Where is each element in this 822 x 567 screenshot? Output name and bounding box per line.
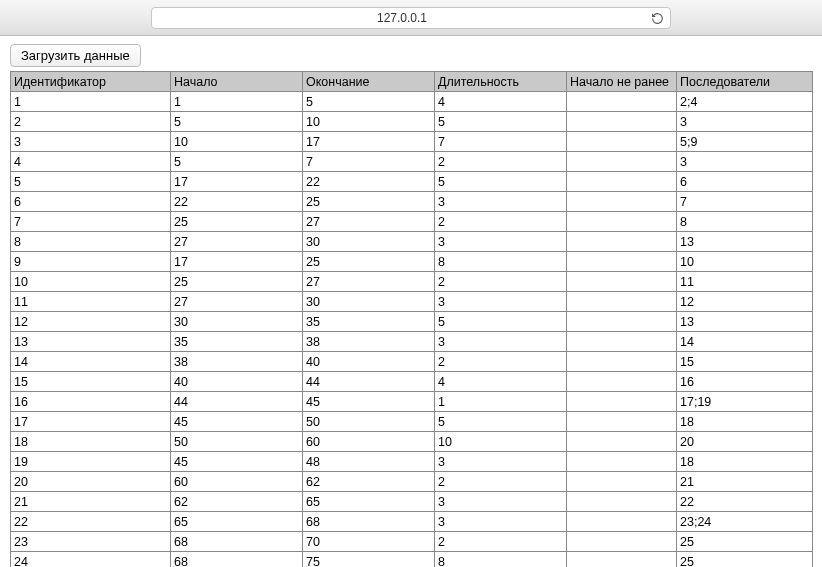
table-cell: 50: [303, 412, 435, 432]
table-cell: 1: [435, 392, 567, 412]
table-row: 206062221: [11, 472, 813, 492]
table-cell: 2: [11, 112, 171, 132]
table-row: 1850601020: [11, 432, 813, 452]
table-row: 91725810: [11, 252, 813, 272]
table-row: 5172256: [11, 172, 813, 192]
table-cell: 25: [171, 212, 303, 232]
table-cell: 15: [677, 352, 813, 372]
table-cell: 68: [171, 532, 303, 552]
table-cell: 5: [171, 152, 303, 172]
table-row: 11542;4: [11, 92, 813, 112]
table-cell: 30: [171, 312, 303, 332]
table-cell: [567, 372, 677, 392]
browser-chrome: 127.0.0.1: [0, 0, 822, 36]
table-cell: 2: [435, 272, 567, 292]
table-cell: 25: [677, 552, 813, 568]
table-cell: 2: [435, 212, 567, 232]
table-cell: 27: [303, 272, 435, 292]
table-cell: 17: [11, 412, 171, 432]
table-cell: 65: [171, 512, 303, 532]
table-cell: 3: [677, 152, 813, 172]
table-cell: 15: [11, 372, 171, 392]
table-cell: 75: [303, 552, 435, 568]
table-cell: 62: [303, 472, 435, 492]
table-row: 82730313: [11, 232, 813, 252]
table-cell: 5: [171, 112, 303, 132]
col-not-before: Начало не ранее: [567, 72, 677, 92]
data-table: Идентификатор Начало Окончание Длительно…: [10, 71, 813, 567]
table-cell: 10: [171, 132, 303, 152]
table-cell: 44: [171, 392, 303, 412]
table-cell: 10: [11, 272, 171, 292]
table-cell: 35: [171, 332, 303, 352]
table-cell: 27: [303, 212, 435, 232]
table-cell: 20: [677, 432, 813, 452]
table-cell: 5: [11, 172, 171, 192]
table-cell: 17;19: [677, 392, 813, 412]
table-cell: 5: [435, 312, 567, 332]
table-row: 45723: [11, 152, 813, 172]
table-cell: 16: [677, 372, 813, 392]
table-cell: 10: [435, 432, 567, 452]
table-cell: 3: [435, 452, 567, 472]
table-cell: 4: [11, 152, 171, 172]
table-cell: [567, 172, 677, 192]
table-cell: 17: [171, 252, 303, 272]
table-cell: 3: [435, 492, 567, 512]
table-cell: 30: [303, 232, 435, 252]
table-cell: 2;4: [677, 92, 813, 112]
table-cell: [567, 292, 677, 312]
table-cell: 38: [171, 352, 303, 372]
table-cell: [567, 192, 677, 212]
table-cell: 4: [435, 92, 567, 112]
col-id: Идентификатор: [11, 72, 171, 92]
table-cell: 14: [11, 352, 171, 372]
table-cell: 3: [435, 332, 567, 352]
table-cell: 25: [303, 252, 435, 272]
table-cell: 2: [435, 472, 567, 492]
table-cell: 25: [677, 532, 813, 552]
table-cell: 19: [11, 452, 171, 472]
page-content: Загрузить данные Идентификатор Начало Ок…: [0, 36, 822, 567]
reload-icon[interactable]: [648, 10, 666, 28]
table-cell: [567, 252, 677, 272]
load-data-button[interactable]: Загрузить данные: [10, 44, 141, 67]
table-cell: [567, 112, 677, 132]
table-row: 133538314: [11, 332, 813, 352]
table-row: 216265322: [11, 492, 813, 512]
table-row: 143840215: [11, 352, 813, 372]
table-cell: [567, 312, 677, 332]
table-cell: 25: [171, 272, 303, 292]
table-cell: 38: [303, 332, 435, 352]
table-row: 3101775;9: [11, 132, 813, 152]
table-cell: 22: [677, 492, 813, 512]
table-cell: 11: [11, 292, 171, 312]
table-cell: 7: [11, 212, 171, 232]
table-cell: 44: [303, 372, 435, 392]
col-start: Начало: [171, 72, 303, 92]
table-cell: 6: [11, 192, 171, 212]
table-row: 7252728: [11, 212, 813, 232]
address-bar[interactable]: 127.0.0.1: [151, 7, 671, 29]
table-cell: 40: [303, 352, 435, 372]
table-cell: [567, 92, 677, 112]
address-url: 127.0.0.1: [160, 11, 644, 25]
table-cell: 10: [303, 112, 435, 132]
table-cell: [567, 432, 677, 452]
table-cell: 7: [303, 152, 435, 172]
table-cell: 7: [435, 132, 567, 152]
table-cell: 20: [11, 472, 171, 492]
table-cell: 5;9: [677, 132, 813, 152]
table-cell: 60: [303, 432, 435, 452]
table-header-row: Идентификатор Начало Окончание Длительно…: [11, 72, 813, 92]
table-cell: 2: [435, 152, 567, 172]
table-row: 236870225: [11, 532, 813, 552]
table-cell: [567, 232, 677, 252]
table-cell: 8: [435, 552, 567, 568]
table-row: 226568323;24: [11, 512, 813, 532]
table-cell: [567, 492, 677, 512]
table-cell: 68: [303, 512, 435, 532]
table-cell: 2: [435, 352, 567, 372]
table-cell: 8: [435, 252, 567, 272]
table-cell: 11: [677, 272, 813, 292]
